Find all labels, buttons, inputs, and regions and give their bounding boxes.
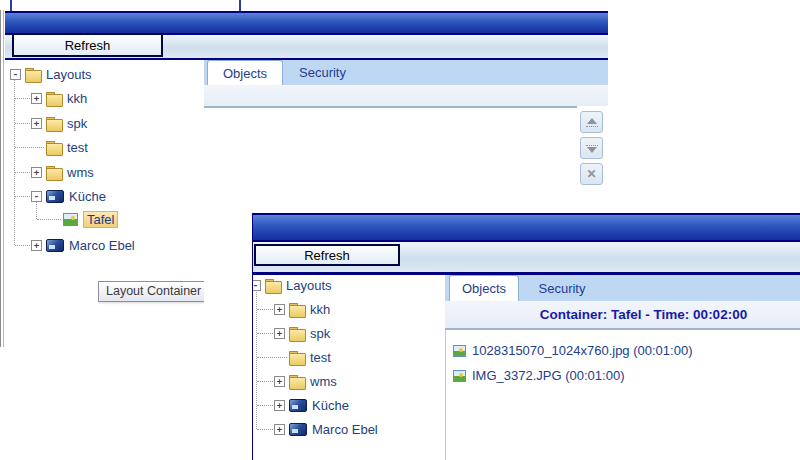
tree-item-test[interactable]: test [31, 138, 88, 156]
tree-item-label: Marco Ebel [69, 238, 135, 253]
expand-expander-icon[interactable]: + [31, 240, 42, 251]
tree-item-label: test [310, 350, 331, 365]
collapse-expander-icon[interactable]: - [31, 191, 42, 202]
move-up-button[interactable] [580, 111, 603, 133]
tree-connector [15, 172, 30, 173]
tree-item-spk[interactable]: + spk [31, 114, 87, 132]
tree-item-label: spk [310, 326, 330, 341]
screen-icon [46, 239, 64, 252]
tree-connector [15, 245, 30, 246]
collapse-expander-icon[interactable]: - [10, 69, 21, 80]
list-controls: ✕ [580, 111, 603, 185]
tab-security[interactable]: Security [521, 275, 603, 301]
tree-connector [257, 405, 273, 406]
tab-objects[interactable]: Objects [207, 60, 283, 85]
move-down-button[interactable] [580, 137, 603, 159]
screen-icon [46, 190, 64, 203]
tree-item-layouts[interactable]: - Layouts [253, 276, 332, 294]
move-down-icon [587, 147, 597, 153]
folder-icon [289, 375, 305, 388]
screen-icon [289, 399, 307, 412]
folder-icon [289, 303, 305, 316]
delete-button[interactable]: ✕ [580, 163, 603, 185]
tree-item-label: Küche [69, 189, 106, 204]
collapse-expander-icon[interactable]: - [253, 280, 261, 291]
tree-item-spk[interactable]: + spk [274, 324, 330, 342]
tree-item-tafel-selected[interactable]: Tafel [63, 210, 118, 228]
refresh-button[interactable]: Refresh [12, 33, 163, 57]
tree-item-label: spk [67, 116, 87, 131]
tree-connector [257, 309, 273, 310]
tree-item-label: wms [67, 165, 94, 180]
expand-expander-icon[interactable]: + [31, 167, 42, 178]
folder-icon [46, 141, 62, 154]
tree-item-layouts[interactable]: - Layouts [10, 65, 92, 83]
refresh-button[interactable]: Refresh [254, 244, 400, 266]
tree-item-kkh[interactable]: + kkh [31, 89, 87, 107]
tree-item-label: kkh [310, 302, 330, 317]
tree-connector [257, 429, 273, 430]
folder-icon [46, 92, 62, 105]
tree-item-marco-ebel[interactable]: + Marco Ebel [31, 236, 135, 254]
expand-expander-icon[interactable]: + [274, 328, 285, 339]
tree-item-wms[interactable]: + wms [274, 372, 337, 390]
tree-connector [37, 219, 61, 220]
expand-expander-icon[interactable]: + [274, 304, 285, 315]
image-icon [453, 370, 466, 382]
tree-item-kkh[interactable]: + kkh [274, 300, 330, 318]
layout-tree: - Layouts + kkh + spk test + [5, 60, 204, 347]
tree-item-label: Layouts [46, 67, 92, 82]
detail-panel: Objects Security Container: Tafel - Time… [445, 275, 800, 460]
tree-connector [15, 98, 30, 99]
tree-item-label: Küche [312, 398, 349, 413]
expand-expander-icon[interactable]: + [274, 424, 285, 435]
file-label: IMG_3372.JPG (00:01:00) [472, 368, 624, 383]
tree-item-wms[interactable]: + wms [31, 163, 94, 181]
list-item[interactable]: IMG_3372.JPG (00:01:00) [446, 363, 800, 388]
folder-icon [289, 327, 305, 340]
tree-connector [15, 196, 30, 197]
container-header-empty [204, 85, 608, 106]
tab-strip: Objects Security [204, 60, 608, 85]
tree-item-marco-ebel[interactable]: + Marco Ebel [274, 420, 378, 438]
tab-security[interactable]: Security [285, 60, 360, 85]
folder-icon [46, 117, 62, 130]
expand-expander-icon[interactable]: + [31, 118, 42, 129]
frame-border [3, 10, 4, 347]
image-icon [453, 345, 466, 357]
tree-connector [15, 123, 30, 124]
tree-item-kueche[interactable]: - Küche [31, 187, 106, 205]
layout-tree: - Layouts + kkh + spk test + [253, 275, 445, 460]
tree-item-label: Layouts [286, 278, 332, 293]
tab-objects[interactable]: Objects [449, 275, 519, 301]
title-bar[interactable] [5, 11, 608, 35]
folder-icon [289, 351, 305, 364]
objects-list: 1028315070_1024x760.jpg (00:01:00) IMG_3… [445, 330, 800, 460]
folder-icon [46, 166, 62, 179]
expand-expander-icon[interactable]: + [274, 400, 285, 411]
tree-item-kueche[interactable]: + Küche [274, 396, 349, 414]
expand-expander-icon[interactable]: + [274, 376, 285, 387]
title-bar[interactable] [253, 213, 800, 242]
dotted-line [586, 144, 598, 146]
tree-item-label: kkh [67, 91, 87, 106]
folder-icon [265, 279, 281, 292]
tab-strip: Objects Security [445, 275, 800, 301]
screen-icon [289, 423, 307, 436]
frame-border [0, 10, 1, 347]
file-label: 1028315070_1024x760.jpg (00:01:00) [472, 343, 692, 358]
container-header: Container: Tafel - Time: 00:02:00 [445, 301, 800, 328]
selected-tree-item-label: Tafel [83, 211, 118, 228]
tree-connector [257, 381, 273, 382]
move-up-icon [587, 118, 597, 124]
image-icon [63, 213, 78, 226]
tree-item-label: wms [310, 374, 337, 389]
tree-item-test[interactable]: test [274, 348, 331, 366]
toolbar: Refresh [5, 35, 608, 58]
dotted-line [586, 125, 598, 127]
expand-expander-icon[interactable]: + [31, 93, 42, 104]
list-item[interactable]: 1028315070_1024x760.jpg (00:01:00) [446, 338, 800, 363]
tree-item-label: test [67, 140, 88, 155]
tree-connector [14, 76, 15, 245]
folder-icon [25, 68, 41, 81]
